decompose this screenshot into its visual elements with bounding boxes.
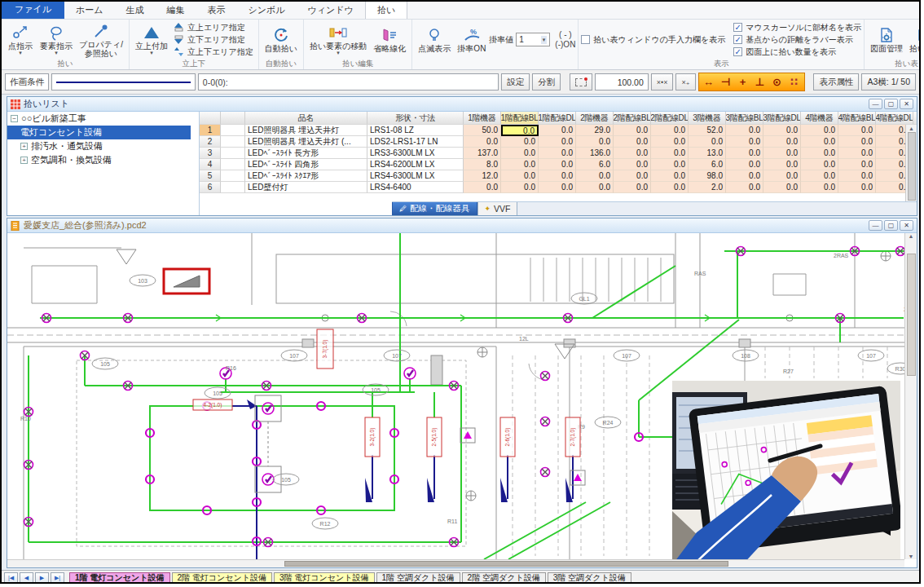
column-header[interactable]: 3階配線DL bbox=[763, 112, 801, 125]
rate-value-select[interactable]: 1▾ bbox=[516, 33, 550, 46]
value-cell[interactable]: 0.0 bbox=[614, 159, 651, 170]
display-attr-button[interactable]: 表示属性 bbox=[813, 73, 859, 90]
value-cell[interactable]: 0.0 bbox=[614, 136, 651, 148]
value-cell[interactable]: 0.0 bbox=[801, 182, 838, 193]
column-header[interactable]: 2階機器 bbox=[576, 112, 614, 125]
product-name-cell[interactable]: LEDﾍﾞｰｽﾗｲﾄ ｽｸｴｱ形 bbox=[245, 170, 367, 182]
value-cell[interactable]: 0.0 bbox=[801, 148, 838, 159]
value-cell[interactable]: 0.0 bbox=[838, 159, 876, 170]
value-cell[interactable]: 0.0 bbox=[651, 170, 689, 182]
snap-cross-icon[interactable]: + bbox=[735, 74, 751, 90]
row-number[interactable]: 1 bbox=[200, 125, 221, 136]
tree-item[interactable]: 電灯コンセント設備 bbox=[7, 126, 191, 139]
snap-grid-icon[interactable]: ∷ bbox=[786, 74, 803, 90]
point-indicate-button[interactable]: 点指示▾ bbox=[4, 23, 37, 56]
collapse-icon[interactable]: − bbox=[11, 115, 18, 122]
value-cell[interactable]: 0.0 bbox=[614, 125, 651, 136]
value-cell[interactable]: 0.0 bbox=[689, 136, 726, 148]
column-header[interactable]: 2階配線BL bbox=[614, 112, 651, 125]
tab-view[interactable]: 表示 bbox=[196, 2, 237, 19]
value-cell[interactable]: 52.0 bbox=[689, 125, 726, 136]
column-header[interactable]: 1階機器 bbox=[464, 112, 501, 125]
value-cell[interactable]: 0.0 bbox=[763, 159, 801, 170]
vscroll-thumb[interactable] bbox=[907, 254, 916, 376]
point-mode-button[interactable]: ×•× bbox=[651, 73, 674, 90]
tab-window[interactable]: ウィンドウ bbox=[297, 2, 365, 19]
value-cell[interactable]: 0.0 bbox=[651, 159, 689, 170]
value-cell[interactable]: 0.0 bbox=[501, 170, 539, 182]
value-cell[interactable]: 0.0 bbox=[576, 136, 614, 148]
scroll-up-icon[interactable]: ▲ bbox=[906, 126, 917, 131]
maximize-icon[interactable]: ▢ bbox=[884, 99, 898, 109]
value-cell[interactable]: 0.0 bbox=[539, 136, 576, 148]
value-cell[interactable]: 0.0 bbox=[464, 182, 501, 193]
value-cell[interactable]: 0.0 bbox=[464, 136, 501, 148]
point-mode2-button[interactable]: ×₊ bbox=[675, 73, 695, 90]
pick-list-titlebar[interactable]: 拾いリスト — ▢ ✕ bbox=[7, 97, 917, 112]
expand-icon[interactable]: + bbox=[20, 143, 28, 150]
product-name-cell[interactable]: LED照明器具 埋込天井灯 bbox=[245, 125, 367, 136]
scroll-up-icon[interactable]: ▲ bbox=[906, 233, 917, 239]
row-number[interactable]: 4 bbox=[200, 159, 221, 170]
close-icon[interactable]: ✕ bbox=[900, 99, 913, 109]
drawing-hscrollbar[interactable] bbox=[7, 559, 904, 567]
drawing-titlebar[interactable]: 愛媛支店_総合(参照済み).pcd2 — ▢ ✕ bbox=[7, 218, 917, 233]
snap-end-icon[interactable]: ↔ bbox=[701, 74, 717, 90]
snap-center-icon[interactable]: ⊙ bbox=[769, 74, 785, 90]
prev-sheet-button[interactable]: ◀ bbox=[20, 572, 33, 585]
value-cell[interactable]: 0.0 bbox=[651, 136, 689, 148]
vscroll-thumb[interactable] bbox=[908, 132, 916, 201]
value-cell[interactable]: 0.0 bbox=[651, 182, 689, 193]
value-cell[interactable]: 0.0 bbox=[614, 148, 651, 159]
value-cell[interactable]: 2.0 bbox=[689, 182, 726, 193]
value-cell[interactable]: 0.0 bbox=[651, 125, 689, 136]
column-header[interactable]: 形状・寸法 bbox=[367, 112, 464, 125]
riser-updown-area-button[interactable]: 立上下エリア指定 bbox=[171, 46, 256, 58]
spec-cell[interactable]: LRS4-6200LM LX bbox=[367, 159, 464, 170]
auto-pick-button[interactable]: 自動拾い bbox=[262, 25, 301, 54]
view-option-checkbox[interactable]: ✓基点からの距離をラバー表示 bbox=[733, 33, 861, 46]
sheet-tab[interactable]: 1階 電灯コンセント設備 bbox=[69, 572, 170, 585]
tab-vvf[interactable]: ✦VVF bbox=[477, 202, 518, 215]
value-cell[interactable]: 0.0 bbox=[501, 159, 539, 170]
value-cell[interactable]: 0.0 bbox=[801, 136, 838, 148]
value-cell[interactable]: 0.0 bbox=[539, 159, 576, 170]
column-header[interactable]: 品名 bbox=[245, 112, 367, 125]
value-cell[interactable]: 0.0 bbox=[726, 148, 763, 159]
rate-on-button[interactable]: % 掛率ON bbox=[454, 25, 489, 54]
manual-input-checkbox[interactable]: 拾い表ウィンドウの手入力欄を表示 bbox=[581, 33, 725, 46]
value-cell[interactable]: 0.0 bbox=[763, 182, 801, 193]
value-cell[interactable]: 0.0 bbox=[614, 182, 651, 193]
expand-icon[interactable]: + bbox=[20, 157, 28, 164]
value-cell[interactable]: 29.0 bbox=[576, 125, 614, 136]
value-cell[interactable]: 0.0 bbox=[726, 182, 763, 193]
drawing-canvas[interactable]: 103GL1105105105105107107107108107R24R12R… bbox=[7, 233, 904, 559]
blink-display-button[interactable]: 点滅表示 bbox=[415, 25, 454, 54]
row-number[interactable]: 3 bbox=[200, 148, 221, 159]
column-header[interactable]: 4階配線DL bbox=[876, 112, 913, 125]
row-number[interactable]: 6 bbox=[200, 182, 221, 193]
value-cell[interactable]: 0.0 bbox=[726, 136, 763, 148]
tab-symbol[interactable]: シンボル bbox=[237, 2, 297, 19]
row-number[interactable]: 2 bbox=[200, 136, 221, 148]
last-sheet-button[interactable]: ▶| bbox=[51, 572, 64, 585]
value-cell[interactable]: 0.0 bbox=[539, 170, 576, 182]
to-pick-table-button[interactable]: 拾い表へ bbox=[906, 25, 919, 54]
sheet-tab[interactable]: 1階 空調ダクト設備 bbox=[376, 572, 460, 585]
sheet-tab[interactable]: 3階 空調ダクト設備 bbox=[548, 572, 631, 585]
value-cell[interactable]: 0.0 bbox=[539, 182, 576, 193]
value-cell[interactable]: 0.0 bbox=[501, 148, 539, 159]
value-cell[interactable]: 0.0 bbox=[726, 159, 763, 170]
value-cell[interactable]: 0.0 bbox=[838, 125, 876, 136]
sheet-tab[interactable]: 2階 電灯コンセント設備 bbox=[172, 572, 273, 585]
selected-cell[interactable]: 0.0 bbox=[501, 125, 539, 136]
value-cell[interactable]: 0.0 bbox=[501, 136, 539, 148]
close-icon[interactable]: ✕ bbox=[900, 220, 913, 231]
snap-mid-icon[interactable]: ⊣ bbox=[718, 74, 734, 90]
abbrev-line-button[interactable]: 省略線化 bbox=[370, 25, 409, 54]
layer-field[interactable]: 0-0(0): bbox=[198, 73, 499, 90]
sheet-tab[interactable]: 2階 空調ダクト設備 bbox=[462, 572, 546, 585]
value-cell[interactable]: 0.0 bbox=[763, 148, 801, 159]
snap-perp-icon[interactable]: ⊥ bbox=[752, 74, 768, 90]
drawing-vscrollbar[interactable]: ▲▼ bbox=[904, 233, 917, 559]
